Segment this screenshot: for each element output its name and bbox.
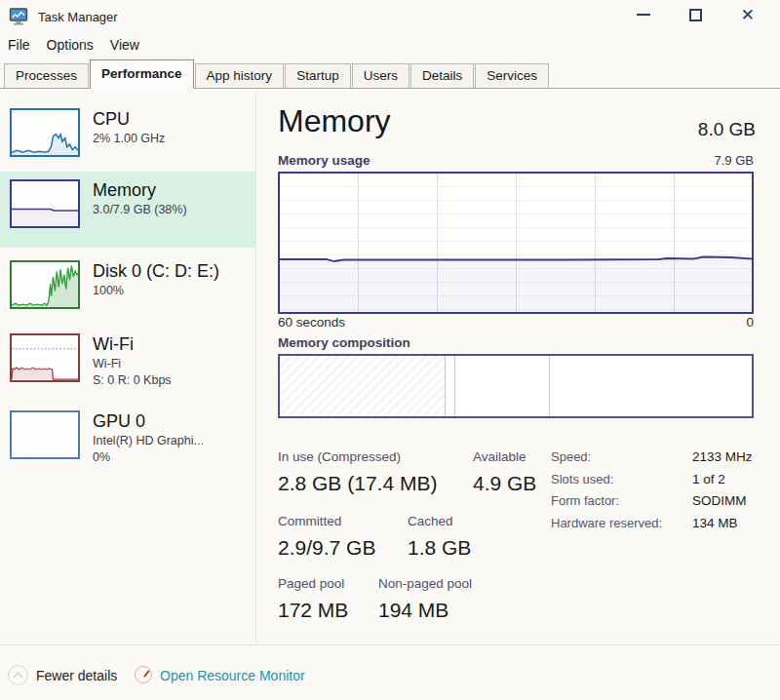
maximize-icon[interactable] xyxy=(689,9,702,21)
slots-used-value: 1 of 2 xyxy=(692,472,725,486)
chart-x-left-label: 60 seconds xyxy=(278,315,345,330)
paged-pool-label: Paged pool xyxy=(278,576,344,591)
menu-options[interactable]: Options xyxy=(47,37,94,53)
detail-row-form-factor: Form factor: SODIMM xyxy=(551,493,753,516)
wifi-mini-graph xyxy=(10,333,80,382)
sidebar-cpu-detail: 2% 1.00 GHz xyxy=(93,131,165,147)
sidebar-cpu-title: CPU xyxy=(93,108,165,131)
detail-row-hw-reserved: Hardware reserved: 134 MB xyxy=(551,516,753,538)
slots-used-label: Slots used: xyxy=(551,472,692,486)
sidebar-disk-detail: 100% xyxy=(93,283,219,299)
memory-composition-bar[interactable] xyxy=(278,354,754,418)
cpu-mini-graph xyxy=(10,108,80,157)
sidebar-gpu-title: GPU 0 xyxy=(93,410,204,433)
sidebar-gpu-detail: 0% xyxy=(93,449,204,466)
sidebar-item-memory[interactable]: Memory 3.0/7.9 GB (38%) xyxy=(0,172,256,248)
title-bar: Task Manager ✕ xyxy=(0,0,780,33)
composition-in-use-segment xyxy=(280,356,445,416)
sidebar-wifi-name: Wi-Fi xyxy=(93,356,172,372)
menu-view[interactable]: View xyxy=(110,37,139,53)
form-factor-label: Form factor: xyxy=(551,493,692,508)
cached-value: 1.8 GB xyxy=(408,536,471,560)
nonpaged-pool-value: 194 MB xyxy=(378,599,448,622)
available-value: 4.9 GB xyxy=(473,472,536,495)
committed-label: Committed xyxy=(278,514,341,528)
sidebar-item-disk[interactable]: Disk 0 (C: D: E:) 100% xyxy=(0,253,256,329)
fewer-details-button[interactable]: Fewer details xyxy=(36,668,117,683)
hardware-reserved-label: Hardware reserved: xyxy=(551,516,692,530)
page-title: Memory xyxy=(278,103,391,139)
speed-label: Speed: xyxy=(551,449,692,464)
committed-value: 2.9/9.7 GB xyxy=(278,536,375,560)
tab-app-history[interactable]: App history xyxy=(195,63,285,88)
memory-usage-chart[interactable] xyxy=(278,172,754,314)
memory-total-capacity: 8.0 GB xyxy=(698,119,756,140)
nonpaged-pool-label: Non-paged pool xyxy=(378,576,472,591)
available-label: Available xyxy=(473,449,526,464)
menu-file[interactable]: File xyxy=(8,37,30,53)
footer-bar: Fewer details Open Resource Monitor xyxy=(0,644,780,700)
minimize-icon[interactable] xyxy=(637,14,650,16)
sidebar-disk-title: Disk 0 (C: D: E:) xyxy=(93,260,219,283)
tab-strip: Processes Performance App history Startu… xyxy=(0,58,780,89)
disk-mini-graph xyxy=(10,260,80,309)
tab-startup[interactable]: Startup xyxy=(285,63,351,88)
detail-row-speed: Speed: 2133 MHz xyxy=(551,449,753,472)
tab-users[interactable]: Users xyxy=(352,63,410,88)
performance-sidebar: CPU 2% 1.00 GHz Memory 3.0/7.9 GB (38%) xyxy=(0,89,256,644)
resource-monitor-gauge-icon[interactable] xyxy=(135,666,152,683)
fewer-details-chevron-icon[interactable] xyxy=(8,665,28,685)
sidebar-memory-detail: 3.0/7.9 GB (38%) xyxy=(93,202,187,218)
open-resource-monitor-link[interactable]: Open Resource Monitor xyxy=(160,668,305,683)
close-icon[interactable]: ✕ xyxy=(741,7,755,23)
composition-divider xyxy=(445,356,446,416)
sidebar-item-wifi[interactable]: Wi-Fi Wi-Fi S: 0 R: 0 Kbps xyxy=(0,326,256,402)
speed-value: 2133 MHz xyxy=(692,449,753,464)
form-factor-value: SODIMM xyxy=(692,493,747,508)
task-manager-app-icon xyxy=(8,6,29,27)
sidebar-item-gpu[interactable]: GPU 0 Intel(R) HD Graphi... 0% xyxy=(0,403,256,479)
chart-y-max-label: 7.9 GB xyxy=(715,153,754,168)
window-title: Task Manager xyxy=(38,10,118,24)
cached-label: Cached xyxy=(408,514,453,528)
task-manager-window: Task Manager ✕ File Options View Process… xyxy=(0,0,780,700)
tab-details[interactable]: Details xyxy=(410,63,474,88)
gpu-mini-graph xyxy=(10,410,80,459)
in-use-label: In use (Compressed) xyxy=(278,449,401,464)
hardware-details: Speed: 2133 MHz Slots used: 1 of 2 Form … xyxy=(551,449,753,537)
hardware-reserved-value: 134 MB xyxy=(692,516,738,530)
sidebar-wifi-detail: S: 0 R: 0 Kbps xyxy=(93,372,172,389)
sidebar-item-cpu[interactable]: CPU 2% 1.00 GHz xyxy=(0,100,256,176)
sidebar-wifi-title: Wi-Fi xyxy=(93,333,172,356)
memory-composition-label: Memory composition xyxy=(278,335,410,350)
in-use-value: 2.8 GB (17.4 MB) xyxy=(278,472,437,495)
paged-pool-value: 172 MB xyxy=(278,599,348,622)
composition-divider xyxy=(549,356,550,416)
tab-services[interactable]: Services xyxy=(475,63,549,88)
tab-processes[interactable]: Processes xyxy=(4,63,89,88)
menu-bar: File Options View xyxy=(0,33,139,57)
memory-usage-label: Memory usage xyxy=(278,153,370,168)
memory-mini-graph xyxy=(10,179,80,228)
tab-performance[interactable]: Performance xyxy=(90,59,194,89)
chart-x-right-label: 0 xyxy=(746,315,754,330)
detail-row-slots: Slots used: 1 of 2 xyxy=(551,472,753,494)
sidebar-memory-title: Memory xyxy=(93,179,187,202)
sidebar-gpu-name: Intel(R) HD Graphi... xyxy=(93,433,204,449)
composition-divider xyxy=(454,356,455,416)
